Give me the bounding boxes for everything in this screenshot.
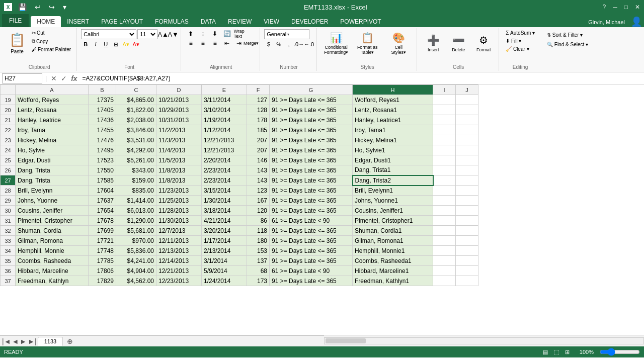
tab-insert[interactable]: INSERT xyxy=(61,16,95,27)
cell-c25[interactable]: $5,261.00 xyxy=(116,155,156,165)
cell-j30[interactable] xyxy=(456,206,478,216)
scrollbar-thumb[interactable] xyxy=(326,338,366,343)
user-name[interactable]: Girvin, Michael xyxy=(584,17,629,27)
cell-g30[interactable]: 91 >= Days Late <= 365 xyxy=(270,206,353,216)
row-header[interactable]: 31 xyxy=(1,216,16,226)
cell-j36[interactable] xyxy=(456,266,478,276)
cell-j24[interactable] xyxy=(456,145,478,155)
percent-button[interactable]: % xyxy=(274,40,283,49)
cell-g36[interactable]: 61 >= Days Late < 90 xyxy=(270,266,353,276)
increase-indent-button[interactable]: ⇥ xyxy=(233,39,245,48)
cell-g29[interactable]: 91 >= Days Late <= 365 xyxy=(270,196,353,206)
cell-a30[interactable]: Cousins, Jeniffer xyxy=(16,206,89,216)
cell-b29[interactable]: 17637 xyxy=(89,196,116,206)
align-bottom-button[interactable]: ⬇ xyxy=(209,29,220,38)
cut-button[interactable]: ✂Cut xyxy=(29,29,73,37)
cell-b35[interactable]: 17785 xyxy=(89,256,116,266)
cell-h37[interactable]: Freedman, Kathlyn1 xyxy=(353,276,433,286)
cell-f36[interactable]: 68 xyxy=(247,266,270,276)
increase-font-btn[interactable]: A▲ xyxy=(158,30,168,39)
row-header[interactable]: 34 xyxy=(1,246,16,256)
conditional-formatting-button[interactable]: 📊 ConditionalFormatting▾ xyxy=(321,29,351,57)
col-header-g[interactable]: G xyxy=(270,85,353,95)
cell-a24[interactable]: Ho, Sylvie xyxy=(16,145,89,155)
cell-i23[interactable] xyxy=(433,135,456,145)
cell-f22[interactable]: 185 xyxy=(247,125,270,135)
cell-d23[interactable]: 11/3/2013 xyxy=(156,135,202,145)
tab-review[interactable]: REVIEW xyxy=(222,16,258,27)
format-button[interactable]: ⚙ Format xyxy=(471,29,496,57)
paste-button[interactable]: 📋 Paste xyxy=(5,29,29,57)
cell-c26[interactable]: $343.00 xyxy=(116,165,156,175)
cell-j32[interactable] xyxy=(456,226,478,236)
cell-h33[interactable]: Gilman, Romona1 xyxy=(353,236,433,246)
decrease-indent-button[interactable]: ⇤ xyxy=(221,39,232,48)
zoom-slider[interactable] xyxy=(600,348,640,356)
cell-e28[interactable]: 3/15/2014 xyxy=(202,186,247,196)
border-button[interactable]: ⊞ xyxy=(111,40,120,49)
decrease-font-btn[interactable]: A▼ xyxy=(169,30,178,39)
cell-f34[interactable]: 153 xyxy=(247,246,270,256)
cell-d31[interactable]: 11/30/2013 xyxy=(156,216,202,226)
wrap-text-button[interactable]: WrapText xyxy=(233,29,245,38)
font-color-button[interactable]: A▾ xyxy=(131,40,140,49)
cell-b36[interactable]: 17806 xyxy=(89,266,116,276)
cell-j34[interactable] xyxy=(456,246,478,256)
col-header-b[interactable]: B xyxy=(89,85,116,95)
cell-e29[interactable]: 1/30/2014 xyxy=(202,196,247,206)
cell-j26[interactable] xyxy=(456,165,478,175)
col-header-e[interactable]: E xyxy=(202,85,247,95)
cell-c35[interactable]: $4,241.00 xyxy=(116,256,156,266)
cell-c34[interactable]: $5,836.00 xyxy=(116,246,156,256)
cell-f33[interactable]: 180 xyxy=(247,236,270,246)
cell-j23[interactable] xyxy=(456,135,478,145)
increase-decimal-button[interactable]: ←.0 xyxy=(304,40,313,49)
cell-f21[interactable]: 178 xyxy=(247,115,270,125)
cell-c19[interactable]: $4,865.00 xyxy=(116,95,156,105)
cell-g27[interactable]: 91 >= Days Late <= 365 xyxy=(270,175,353,186)
cell-d33[interactable]: 12/11/2013 xyxy=(156,236,202,246)
col-header-d[interactable]: D xyxy=(156,85,202,95)
insert-function-btn[interactable]: fx xyxy=(70,74,78,82)
cell-b37[interactable]: 17829 xyxy=(89,276,116,286)
cell-a19[interactable]: Wofford, Reyes xyxy=(16,95,89,105)
cell-c23[interactable]: $3,531.00 xyxy=(116,135,156,145)
cell-g22[interactable]: 91 >= Days Late <= 365 xyxy=(270,125,353,135)
cell-e31[interactable]: 4/21/2014 xyxy=(202,216,247,226)
cell-j31[interactable] xyxy=(456,216,478,226)
cell-i35[interactable] xyxy=(433,256,456,266)
cell-g24[interactable]: 91 >= Days Late <= 365 xyxy=(270,145,353,155)
row-header[interactable]: 23 xyxy=(1,135,16,145)
cell-h29[interactable]: Johns, Yuonne1 xyxy=(353,196,433,206)
scrollbar-horizontal[interactable] xyxy=(324,337,644,344)
cell-c24[interactable]: $4,292.00 xyxy=(116,145,156,155)
insert-button[interactable]: ➕ Insert xyxy=(421,29,445,57)
col-header-c[interactable]: C xyxy=(116,85,156,95)
cell-h34[interactable]: Hemphill, Monnie1 xyxy=(353,246,433,256)
cell-e22[interactable]: 1/12/2014 xyxy=(202,125,247,135)
cell-h25[interactable]: Edgar, Dusti1 xyxy=(353,155,433,165)
cell-d30[interactable]: 11/28/2013 xyxy=(156,206,202,216)
cell-b25[interactable]: 17523 xyxy=(89,155,116,165)
confirm-formula-btn[interactable]: ✓ xyxy=(60,74,68,82)
tab-file[interactable]: FILE xyxy=(2,14,29,27)
col-header-f[interactable]: F xyxy=(247,85,270,95)
cell-i31[interactable] xyxy=(433,216,456,226)
currency-button[interactable]: $ xyxy=(264,40,273,49)
cell-e35[interactable]: 3/1/2014 xyxy=(202,256,247,266)
cancel-formula-btn[interactable]: ✕ xyxy=(50,74,58,82)
cell-g20[interactable]: 91 >= Days Late <= 365 xyxy=(270,105,353,115)
cell-b22[interactable]: 17455 xyxy=(89,125,116,135)
col-header-j[interactable]: J xyxy=(456,85,478,95)
formula-input[interactable] xyxy=(80,73,642,83)
cell-a21[interactable]: Hanley, Leatrice xyxy=(16,115,89,125)
cell-b26[interactable]: 17550 xyxy=(89,165,116,175)
cell-h32[interactable]: Shuman, Cordia1 xyxy=(353,226,433,236)
cell-a27[interactable]: Dang, Trista xyxy=(16,175,89,186)
cell-d26[interactable]: 11/8/2013 xyxy=(156,165,202,175)
align-middle-button[interactable]: ↕ xyxy=(197,29,208,38)
cell-f27[interactable]: 143 xyxy=(247,175,270,186)
align-center-button[interactable]: ≡ xyxy=(197,39,208,48)
cell-j28[interactable] xyxy=(456,186,478,196)
cell-j35[interactable] xyxy=(456,256,478,266)
